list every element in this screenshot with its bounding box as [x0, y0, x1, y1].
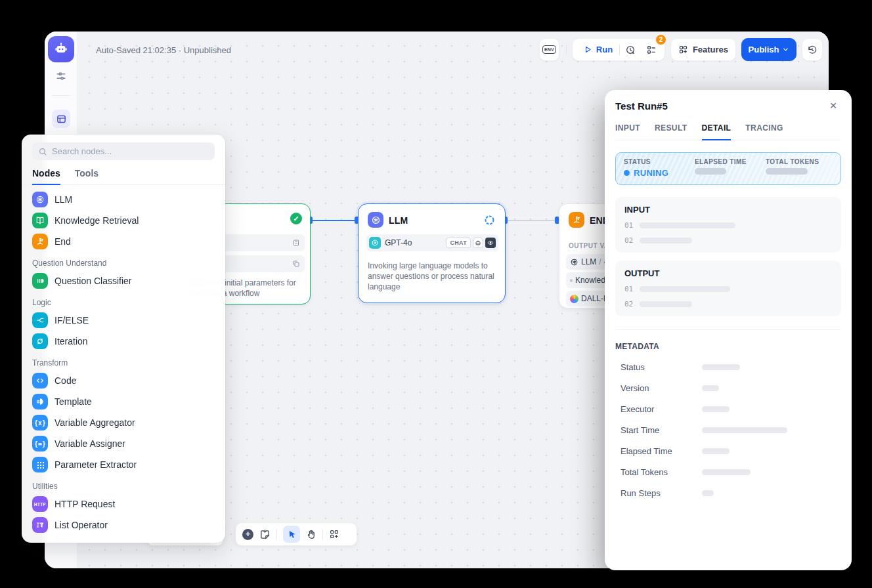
node-item-list-operator[interactable]: List Operator [27, 514, 220, 536]
status-label: STATUS [624, 158, 695, 165]
tab-tracing[interactable]: TRACING [745, 123, 783, 140]
publish-button[interactable]: Publish [741, 38, 796, 61]
placeholder-bar [766, 168, 808, 175]
classifier-icon [32, 273, 48, 289]
add-note-button[interactable] [259, 529, 271, 540]
parameter-extractor-icon [32, 457, 48, 472]
chevron-down-icon [782, 46, 789, 53]
placeholder-bar [702, 469, 751, 475]
tab-tools[interactable]: Tools [75, 168, 98, 184]
placeholder-bar [640, 222, 735, 228]
run-button[interactable]: Run [575, 39, 619, 60]
placeholder-bar [640, 238, 692, 243]
node-item-knowledge-retrieval[interactable]: Knowledge Retrieval [27, 210, 220, 231]
workflow-panel-icon[interactable] [52, 110, 70, 128]
test-run-panel: Test Run#5 × INPUT RESULT DETAIL TRACING… [605, 90, 852, 570]
node-item-parameter-extractor[interactable]: Parameter Extractor [27, 454, 220, 475]
loop-icon [32, 333, 48, 349]
add-node-button[interactable]: + [242, 529, 253, 540]
divider [615, 329, 841, 330]
model-selector[interactable]: GPT-4o CHAT [366, 234, 498, 251]
section-logic: Logic [27, 291, 220, 310]
node-picker-panel: Search nodes... Nodes Tools LLM Knowledg… [22, 135, 225, 543]
model-name: GPT-4o [385, 238, 446, 247]
end-flag-icon [32, 234, 48, 249]
placeholder-bar [640, 286, 730, 292]
node-item-variable-assigner[interactable]: {=} Variable Assigner [27, 433, 220, 454]
placeholder-bar [702, 448, 730, 454]
run-history-clock-button[interactable] [620, 39, 641, 60]
search-placeholder: Search nodes... [52, 146, 112, 156]
run-label: Run [596, 45, 613, 54]
close-icon[interactable]: × [825, 98, 841, 114]
placeholder-bar [702, 490, 714, 496]
code-icon [32, 373, 48, 388]
paragraph-icon [292, 239, 300, 247]
version-history-button[interactable] [802, 38, 823, 61]
run-toolbar-group: Run 2 [572, 38, 665, 61]
node-item-question-classifier[interactable]: Question Classifier [27, 270, 220, 291]
node-item-code[interactable]: Code [27, 370, 220, 391]
status-value: RUNING [624, 168, 695, 178]
pointer-tool-button[interactable] [283, 526, 300, 543]
var-source: LLM [581, 257, 596, 266]
hand-tool-button[interactable] [306, 529, 316, 539]
placeholder-bar [702, 385, 719, 391]
metadata-row: Status [615, 362, 841, 372]
output-card: OUTPUT 01 02 [615, 261, 841, 316]
canvas-toolbar: + [235, 522, 357, 546]
llm-node-description: Invoking large language models to answer… [368, 261, 498, 293]
search-input[interactable]: Search nodes... [32, 142, 215, 160]
cursor-icon [287, 530, 297, 539]
tab-result[interactable]: RESULT [655, 123, 687, 140]
tab-input[interactable]: INPUT [615, 123, 640, 140]
robot-badge-icon [473, 238, 483, 248]
node-item-http-request[interactable]: HTTP HTTP Request [27, 494, 220, 514]
line-number: 01 [624, 285, 633, 293]
divider [276, 529, 277, 539]
llm-node[interactable]: LLM GPT-4o CHAT Invoking large language … [358, 203, 506, 303]
metadata-row: Elapsed Time [615, 446, 841, 456]
node-item-iteration[interactable]: Iteration [27, 331, 220, 352]
env-icon: ENV [542, 45, 556, 54]
run-status-card: STATUS RUNING ELAPSED TIME TOTAL TOKENS [615, 152, 841, 185]
list-operator-icon [32, 517, 48, 533]
llm-icon [32, 192, 48, 207]
run-panel-title: Test Run#5 [615, 100, 841, 112]
metadata-row: Total Tokens [615, 467, 841, 477]
tab-nodes[interactable]: Nodes [32, 168, 60, 185]
vision-eye-badge-icon [485, 238, 496, 248]
history-icon [807, 45, 817, 55]
divider [322, 529, 323, 539]
branch-icon [32, 312, 48, 328]
input-card: INPUT 01 02 [615, 197, 841, 253]
end-icon [569, 212, 584, 228]
organize-nodes-button[interactable] [329, 529, 339, 539]
variable-aggregator-icon: {x} [32, 415, 48, 430]
node-item-llm[interactable]: LLM [27, 189, 220, 210]
tab-detail[interactable]: DETAIL [702, 123, 731, 140]
metadata-row: Run Steps [615, 488, 841, 498]
search-icon [38, 147, 47, 156]
node-item-template[interactable]: Template [27, 391, 220, 412]
placeholder-bar [702, 427, 787, 433]
llm-node-title: LLM [389, 215, 408, 226]
line-number: 01 [624, 221, 633, 230]
metadata-row: Start Time [615, 425, 841, 435]
output-title: OUTPUT [624, 268, 832, 278]
preferences-sliders-icon[interactable] [54, 70, 68, 83]
node-item-if-else[interactable]: IF/ELSE [27, 310, 220, 331]
env-button[interactable]: ENV [539, 38, 559, 61]
features-button[interactable]: Features [670, 38, 736, 61]
run-panel-tabs: INPUT RESULT DETAIL TRACING [615, 123, 841, 140]
placeholder-bar [702, 364, 740, 370]
features-grid-icon [678, 45, 688, 54]
section-transform: Transform [27, 352, 220, 370]
node-item-variable-aggregator[interactable]: {x} Variable Aggregator [27, 412, 220, 433]
line-number: 02 [624, 236, 633, 245]
input-title: INPUT [624, 205, 832, 215]
node-item-end[interactable]: End [27, 231, 220, 252]
edge-start-to-llm [311, 220, 359, 221]
robot-app-icon[interactable] [48, 36, 74, 62]
node-panel-tabs: Nodes Tools [22, 160, 225, 185]
